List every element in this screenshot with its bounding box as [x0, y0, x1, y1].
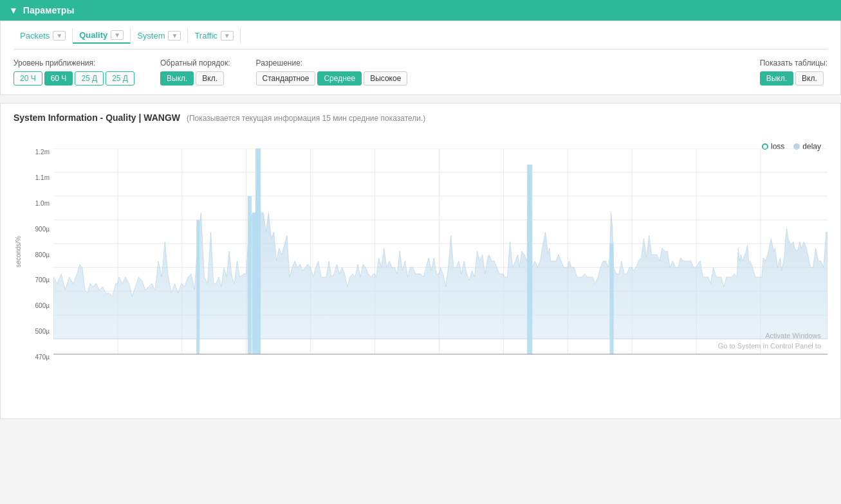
chart-subtitle: (Показывается текущая информация 15 мин … [187, 114, 425, 123]
svg-rect-26 [610, 244, 614, 354]
zoom-btn-25d1[interactable]: 25 Д [75, 71, 104, 86]
show-table-control: Показать таблицы: Выкл. Вкл. [760, 59, 827, 86]
y-label-8: 500µ [35, 328, 50, 335]
reverse-btn-on[interactable]: Вкл. [196, 71, 224, 86]
y-label-6: 700µ [35, 276, 50, 284]
tab-packets-label: Packets [20, 31, 50, 40]
y-label-5: 800µ [35, 251, 50, 258]
y-label-3: 1.0m [35, 200, 50, 207]
svg-rect-24 [196, 220, 199, 354]
controls-row: Уровень приближения: 20 Ч 60 Ч 25 Д 25 Д… [14, 59, 827, 86]
resolution-control: Разрешение: Стандартное Среднее Высокое [256, 59, 408, 86]
zoom-btn-20h[interactable]: 20 Ч [14, 71, 42, 86]
svg-rect-25 [527, 165, 532, 354]
y-label-2: 1.1m [35, 174, 50, 181]
reverse-control: Обратный порядок: Выкл. Вкл. [160, 59, 230, 86]
tab-traffic-label: Traffic [194, 31, 217, 40]
zoom-control: Уровень приближения: 20 Ч 60 Ч 25 Д 25 Д [14, 59, 134, 86]
tab-quality-arrow[interactable]: ▼ [111, 30, 124, 40]
chart-title-row: System Information - Quality | WANGW (По… [14, 113, 827, 123]
y-label-9: 470µ [35, 354, 50, 361]
topbar-title: Параметры [23, 5, 75, 15]
zoom-buttons: 20 Ч 60 Ч 25 Д 25 Д [14, 71, 134, 86]
tab-packets-arrow[interactable]: ▼ [53, 31, 66, 40]
svg-rect-21 [255, 148, 261, 354]
resolution-btn-medium[interactable]: Среднее [317, 71, 362, 86]
tab-quality[interactable]: Quality ▼ [73, 28, 131, 44]
svg-rect-23 [252, 213, 255, 354]
zoom-btn-25d2[interactable]: 25 Д [106, 71, 134, 86]
resolution-btn-high[interactable]: Высокое [364, 71, 407, 86]
y-label-4: 900µ [35, 226, 50, 233]
reverse-buttons: Выкл. Вкл. [160, 71, 230, 86]
chart-container: loss delay seconds/% 1.2m 1.1m 1.0m 900µ… [14, 142, 827, 412]
tab-system[interactable]: System ▼ [131, 28, 188, 43]
tabs-row: Packets ▼ Quality ▼ System ▼ Traffic ▼ [14, 28, 827, 50]
watermark-line2: Go to System in Control Panel to [718, 341, 821, 351]
tab-traffic-arrow[interactable]: ▼ [221, 31, 234, 40]
tab-system-label: System [137, 31, 165, 40]
show-table-buttons: Выкл. Вкл. [760, 71, 827, 86]
watermark-line1: Activate Windows [718, 331, 821, 341]
y-label-7: 600µ [35, 302, 50, 309]
watermark: Activate Windows Go to System in Control… [718, 331, 821, 351]
resolution-btn-standard[interactable]: Стандартное [256, 71, 316, 86]
zoom-btn-60h[interactable]: 60 Ч [44, 71, 73, 86]
resolution-buttons: Стандартное Среднее Высокое [256, 71, 408, 86]
chart-inner: 13:35 17:00 22:33 04:06 09:40 15:13 20:4… [53, 148, 827, 361]
svg-rect-22 [248, 196, 252, 354]
y-axis-unit: seconds/% [15, 236, 22, 267]
topbar-arrow: ▼ [9, 5, 18, 15]
tab-packets[interactable]: Packets ▼ [14, 28, 73, 43]
show-table-btn-on[interactable]: Вкл. [795, 71, 824, 86]
tab-traffic[interactable]: Traffic ▼ [188, 28, 240, 43]
chart-title-text: System Information - Quality | WANGW [14, 113, 180, 123]
top-bar: ▼ Параметры [0, 0, 841, 21]
show-table-btn-off[interactable]: Выкл. [760, 71, 793, 86]
tab-system-arrow[interactable]: ▼ [168, 31, 181, 40]
zoom-label: Уровень приближения: [14, 59, 134, 68]
chart-section: System Information - Quality | WANGW (По… [0, 103, 841, 419]
show-table-label: Показать таблицы: [760, 59, 827, 68]
resolution-label: Разрешение: [256, 59, 408, 68]
y-axis: 1.2m 1.1m 1.0m 900µ 800µ 700µ 600µ 500µ … [23, 148, 53, 361]
chart-svg [53, 148, 827, 361]
tab-quality-label: Quality [79, 30, 107, 40]
reverse-label: Обратный порядок: [160, 59, 230, 68]
y-label-1: 1.2m [35, 148, 50, 156]
params-panel: Packets ▼ Quality ▼ System ▼ Traffic ▼ У… [0, 21, 841, 95]
reverse-btn-off[interactable]: Выкл. [160, 71, 194, 86]
